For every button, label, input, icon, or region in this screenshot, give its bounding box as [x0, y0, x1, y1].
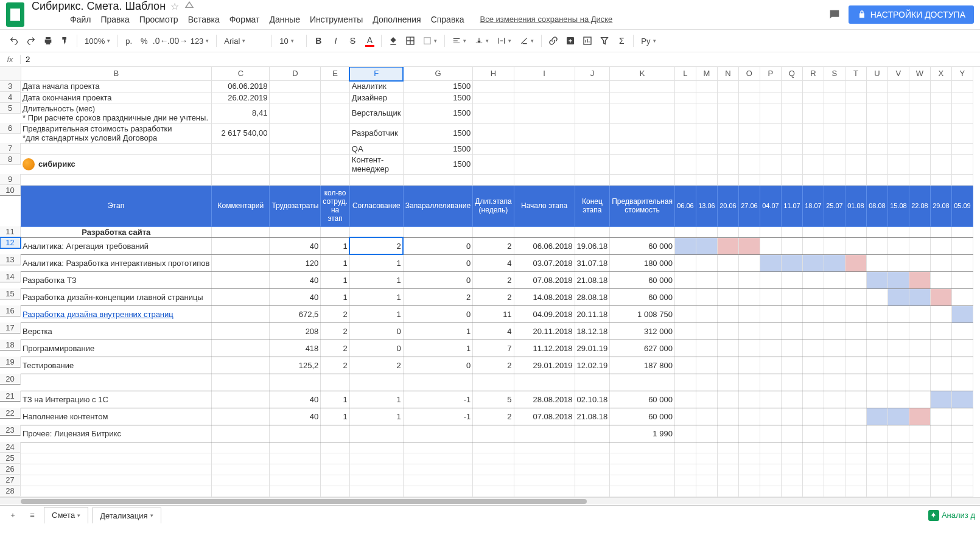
- gantt-cell[interactable]: [930, 425, 951, 442]
- cell[interactable]: [473, 226, 514, 237]
- cell[interactable]: 180 000: [610, 254, 675, 271]
- cell[interactable]: [951, 143, 973, 154]
- gantt-cell[interactable]: [674, 323, 696, 340]
- row-header-3[interactable]: 3: [0, 81, 21, 92]
- merge-dropdown[interactable]: [419, 35, 441, 47]
- cell[interactable]: [610, 226, 675, 237]
- cell[interactable]: [321, 453, 350, 464]
- gantt-cell[interactable]: [781, 391, 802, 408]
- cell[interactable]: 60 000: [610, 271, 675, 288]
- cell[interactable]: [738, 154, 760, 174]
- col-header-C[interactable]: C: [212, 67, 270, 81]
- cell[interactable]: [738, 475, 760, 486]
- cell[interactable]: [824, 453, 845, 464]
- cell[interactable]: 1: [321, 288, 350, 305]
- gantt-cell[interactable]: [951, 237, 973, 254]
- cell[interactable]: [930, 143, 951, 154]
- gantt-cell[interactable]: [696, 271, 717, 288]
- header-date[interactable]: 18.07: [802, 185, 824, 226]
- cell[interactable]: [738, 103, 760, 123]
- cell[interactable]: [824, 123, 845, 143]
- gantt-cell[interactable]: [674, 254, 696, 271]
- cell[interactable]: 0: [349, 340, 403, 357]
- cell[interactable]: -1: [403, 391, 472, 408]
- col-header-K[interactable]: K: [610, 67, 675, 81]
- cell[interactable]: [760, 103, 781, 123]
- col-header-Y[interactable]: Y: [951, 67, 973, 81]
- cell[interactable]: [403, 425, 472, 442]
- gantt-cell[interactable]: [887, 237, 909, 254]
- share-button[interactable]: НАСТРОЙКИ ДОСТУПА: [849, 5, 974, 24]
- gantt-cell[interactable]: [930, 237, 951, 254]
- gantt-cell[interactable]: [802, 340, 824, 357]
- col-header-J[interactable]: J: [575, 67, 610, 81]
- cell[interactable]: [781, 154, 802, 174]
- cell[interactable]: [887, 103, 909, 123]
- gantt-cell[interactable]: [760, 425, 781, 442]
- gantt-cell[interactable]: [866, 323, 887, 340]
- header-effort[interactable]: Трудозатраты: [270, 185, 321, 226]
- cell[interactable]: [845, 464, 866, 475]
- cell[interactable]: [674, 92, 696, 103]
- gantt-cell[interactable]: [781, 340, 802, 357]
- header-date[interactable]: 08.08: [866, 185, 887, 226]
- gantt-cell[interactable]: [760, 408, 781, 425]
- cell[interactable]: [930, 374, 951, 391]
- row-header-9[interactable]: 9: [0, 174, 21, 185]
- col-header-P[interactable]: P: [760, 67, 781, 81]
- cell[interactable]: 312 000: [610, 323, 675, 340]
- cell[interactable]: 4: [473, 323, 514, 340]
- gantt-cell[interactable]: [887, 340, 909, 357]
- cell[interactable]: [575, 442, 610, 453]
- cell[interactable]: [909, 103, 930, 123]
- cell[interactable]: 1 008 750: [610, 305, 675, 323]
- cell[interactable]: 11.12.2018: [514, 340, 575, 357]
- cell[interactable]: [930, 442, 951, 453]
- cell[interactable]: 60 000: [610, 408, 675, 425]
- cell[interactable]: [781, 475, 802, 486]
- gantt-cell[interactable]: [802, 425, 824, 442]
- gantt-cell[interactable]: [781, 305, 802, 323]
- cell[interactable]: Наполнение контентом: [21, 408, 212, 425]
- cell[interactable]: [717, 453, 738, 464]
- cell[interactable]: [270, 92, 321, 103]
- cell[interactable]: сибирикс: [21, 154, 212, 174]
- cell[interactable]: 1: [349, 305, 403, 323]
- cell[interactable]: [696, 453, 717, 464]
- font-dropdown[interactable]: Arial: [220, 35, 268, 47]
- cell[interactable]: [212, 408, 270, 425]
- cell[interactable]: [845, 475, 866, 486]
- cell[interactable]: 12.02.19: [575, 357, 610, 374]
- rotate-dropdown[interactable]: [516, 35, 537, 47]
- cell[interactable]: [321, 154, 350, 174]
- cell[interactable]: [909, 486, 930, 497]
- functions-button[interactable]: Σ: [614, 33, 629, 49]
- cell[interactable]: [802, 81, 824, 92]
- cell[interactable]: [887, 81, 909, 92]
- cell[interactable]: [866, 475, 887, 486]
- gantt-cell[interactable]: [717, 340, 738, 357]
- cell[interactable]: [760, 475, 781, 486]
- cell[interactable]: [760, 81, 781, 92]
- cell[interactable]: 21.08.18: [575, 408, 610, 425]
- row-header-25[interactable]: 25: [0, 453, 21, 464]
- cell[interactable]: [696, 374, 717, 391]
- gantt-cell[interactable]: [738, 271, 760, 288]
- header-parallel[interactable]: Запараллеливание: [403, 185, 472, 226]
- cell[interactable]: 208: [270, 323, 321, 340]
- cell[interactable]: [270, 174, 321, 185]
- cell[interactable]: [674, 464, 696, 475]
- gantt-cell[interactable]: [824, 357, 845, 374]
- gantt-cell[interactable]: [951, 425, 973, 442]
- gantt-cell[interactable]: [887, 254, 909, 271]
- cell[interactable]: [349, 374, 403, 391]
- cell[interactable]: [696, 92, 717, 103]
- cell[interactable]: 03.07.2018: [514, 254, 575, 271]
- row-header-17[interactable]: 17: [0, 323, 21, 333]
- cell[interactable]: [802, 226, 824, 237]
- cell[interactable]: 672,5: [270, 305, 321, 323]
- cell[interactable]: 0: [349, 323, 403, 340]
- increase-decimal-button[interactable]: .00→: [170, 33, 186, 49]
- cell[interactable]: [321, 475, 350, 486]
- cell[interactable]: [738, 143, 760, 154]
